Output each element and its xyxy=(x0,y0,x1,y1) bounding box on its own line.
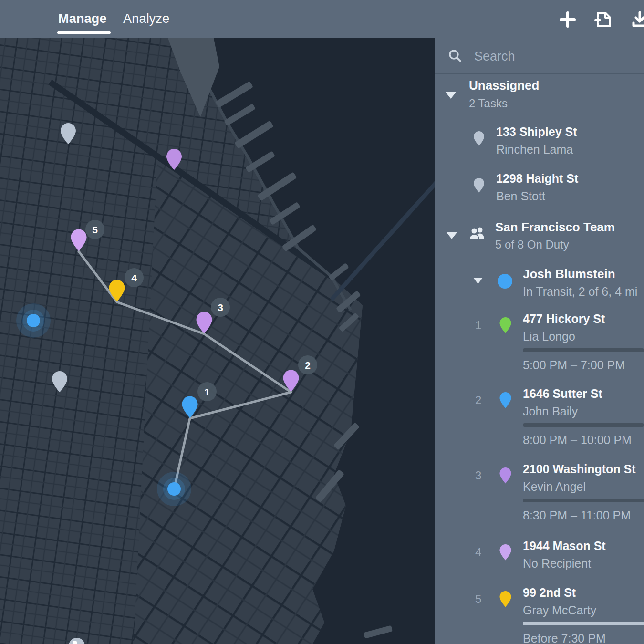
stop-recipient: John Baily xyxy=(523,405,578,418)
stop-address: 477 Hickory St xyxy=(523,312,605,326)
search-input[interactable] xyxy=(473,46,631,67)
svg-text:2: 2 xyxy=(305,360,311,371)
map-badge-1[interactable]: 1 xyxy=(197,382,217,401)
unassigned-collapse-caret[interactable] xyxy=(445,92,457,99)
stop-pin-icon xyxy=(499,317,512,333)
unassigned-title: Unassigned xyxy=(469,78,539,93)
stop-time: 8:30 PM – 11:00 PM xyxy=(523,509,631,522)
driver-name: Josh Blumstein xyxy=(523,267,615,281)
stop-recipient: No Recipient xyxy=(523,557,591,571)
task-address: 1298 Haight St xyxy=(496,172,578,186)
map-badge-3[interactable]: 3 xyxy=(211,298,230,317)
search-icon xyxy=(448,49,462,63)
stop-address: 2100 Washington St xyxy=(523,462,636,476)
tab-analyze[interactable]: Analyze xyxy=(123,11,169,26)
stop-recipient: Kevin Angel xyxy=(523,480,586,494)
map-canvas[interactable]: 5 4 3 2 1 xyxy=(0,38,435,644)
task-address: 133 Shipley St xyxy=(496,125,577,139)
driver-status-dot xyxy=(498,274,512,289)
map-badge-5[interactable]: 5 xyxy=(85,220,104,239)
export-download-icon[interactable] xyxy=(631,10,644,29)
driver-dot-south[interactable] xyxy=(157,472,191,506)
stop-time: Before 7:30 PM xyxy=(523,632,606,644)
top-bar: Manage Analyze xyxy=(0,0,644,38)
stop-recipient: Gray McCarty xyxy=(523,603,596,617)
map-svg: 5 4 3 2 1 xyxy=(0,38,435,644)
map-badge-4[interactable]: 4 xyxy=(125,268,144,287)
tab-manage[interactable]: Manage xyxy=(58,11,107,26)
add-task-icon[interactable] xyxy=(559,10,577,29)
stop-pin-icon xyxy=(499,544,512,561)
driver-dot-west[interactable] xyxy=(16,303,51,338)
stop-time: 5:00 PM – 7:00 PM xyxy=(523,358,625,372)
team-icon xyxy=(469,226,486,241)
stop-number: 4 xyxy=(475,546,481,559)
stop-number: 3 xyxy=(475,469,481,482)
stop-address: 1646 Sutter St xyxy=(523,387,602,401)
stop-number: 2 xyxy=(475,394,481,407)
stop-timebar xyxy=(523,423,644,427)
task-sidebar: Unassigned 2 Tasks 133 Shipley St Rinche… xyxy=(435,38,644,644)
driver-collapse-caret[interactable] xyxy=(473,278,483,284)
tab-manage-underline xyxy=(57,31,111,34)
team-collapse-caret[interactable] xyxy=(446,232,457,239)
stop-pin-icon xyxy=(499,392,512,408)
stop-address: 99 2nd St xyxy=(523,586,576,600)
team-title: San Francisco Team xyxy=(495,220,615,235)
stop-timebar xyxy=(523,499,644,502)
stop-pin-icon xyxy=(499,591,512,607)
svg-text:3: 3 xyxy=(218,302,223,313)
stop-number: 5 xyxy=(475,592,481,606)
stop-time: 8:00 PM – 10:00 PM xyxy=(523,433,632,447)
stop-recipient: Lia Longo xyxy=(523,330,575,343)
svg-text:5: 5 xyxy=(92,224,98,235)
svg-text:1: 1 xyxy=(204,386,210,397)
task-pin-icon xyxy=(473,131,485,146)
dispatch-app: 5 4 3 2 1 xyxy=(0,0,644,644)
stop-timebar xyxy=(523,622,644,625)
search-row[interactable] xyxy=(435,38,644,74)
unassigned-subtitle: 2 Tasks xyxy=(469,97,508,110)
stop-address: 1944 Mason St xyxy=(523,539,606,553)
map-badge-2[interactable]: 2 xyxy=(298,355,317,374)
task-pin-icon xyxy=(473,177,485,193)
stop-pin-icon xyxy=(499,467,512,484)
import-tasks-icon[interactable] xyxy=(594,10,613,29)
task-recipient: Rinchen Lama xyxy=(496,143,573,156)
driver-status: In Transit, 2 of 6, 4 mi xyxy=(523,285,637,299)
stop-number: 1 xyxy=(475,319,481,332)
team-subtitle: 5 of 8 On Duty xyxy=(495,238,569,251)
task-recipient: Ben Stott xyxy=(496,189,545,203)
stop-timebar xyxy=(523,348,644,352)
svg-text:4: 4 xyxy=(131,272,137,283)
